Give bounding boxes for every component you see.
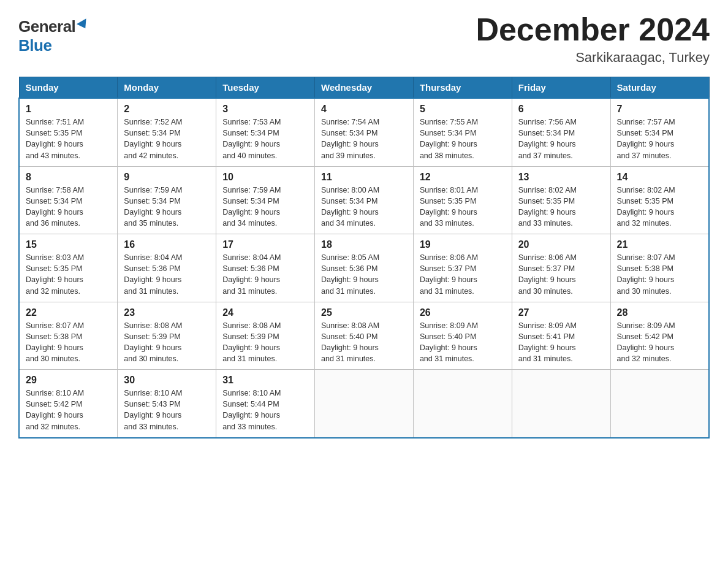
day-number: 6 <box>518 104 604 115</box>
day-info: Sunrise: 8:06 AM Sunset: 5:37 PM Dayligh… <box>420 252 506 297</box>
day-info: Sunrise: 8:01 AM Sunset: 5:35 PM Dayligh… <box>420 185 506 229</box>
calendar-cell <box>315 370 414 438</box>
day-number: 11 <box>321 172 407 183</box>
calendar-cell: 3 Sunrise: 7:53 AM Sunset: 5:34 PM Dayli… <box>216 98 315 166</box>
calendar-cell: 22 Sunrise: 8:07 AM Sunset: 5:38 PM Dayl… <box>19 302 118 370</box>
day-number: 26 <box>420 307 506 318</box>
day-info: Sunrise: 8:10 AM Sunset: 5:44 PM Dayligh… <box>222 388 308 432</box>
calendar-cell: 10 Sunrise: 7:59 AM Sunset: 5:34 PM Dayl… <box>216 166 315 234</box>
day-info: Sunrise: 8:04 AM Sunset: 5:36 PM Dayligh… <box>222 252 308 297</box>
week-row-2: 8 Sunrise: 7:58 AM Sunset: 5:34 PM Dayli… <box>19 166 709 234</box>
day-number: 14 <box>617 172 702 183</box>
day-info: Sunrise: 7:52 AM Sunset: 5:34 PM Dayligh… <box>124 117 210 161</box>
day-info: Sunrise: 7:59 AM Sunset: 5:34 PM Dayligh… <box>222 185 308 229</box>
calendar-cell <box>413 370 512 438</box>
day-info: Sunrise: 8:05 AM Sunset: 5:36 PM Dayligh… <box>321 252 407 297</box>
calendar-cell: 8 Sunrise: 7:58 AM Sunset: 5:34 PM Dayli… <box>19 166 118 234</box>
calendar-cell: 26 Sunrise: 8:09 AM Sunset: 5:40 PM Dayl… <box>413 302 512 370</box>
calendar-cell: 17 Sunrise: 8:04 AM Sunset: 5:36 PM Dayl… <box>216 234 315 302</box>
calendar-cell: 11 Sunrise: 8:00 AM Sunset: 5:34 PM Dayl… <box>315 166 414 234</box>
header-thursday: Thursday <box>413 77 512 99</box>
day-number: 25 <box>321 307 407 318</box>
calendar-cell: 18 Sunrise: 8:05 AM Sunset: 5:36 PM Dayl… <box>315 234 414 302</box>
day-number: 16 <box>124 239 210 250</box>
logo-arrow-icon <box>77 18 90 31</box>
calendar-cell: 30 Sunrise: 8:10 AM Sunset: 5:43 PM Dayl… <box>118 370 216 438</box>
calendar-cell: 7 Sunrise: 7:57 AM Sunset: 5:34 PM Dayli… <box>610 98 709 166</box>
day-number: 21 <box>617 239 702 250</box>
calendar-cell: 29 Sunrise: 8:10 AM Sunset: 5:42 PM Dayl… <box>19 370 118 438</box>
header-saturday: Saturday <box>610 77 709 99</box>
day-info: Sunrise: 7:55 AM Sunset: 5:34 PM Dayligh… <box>420 117 506 161</box>
day-number: 20 <box>518 239 604 250</box>
day-number: 22 <box>26 307 111 318</box>
week-row-3: 15 Sunrise: 8:03 AM Sunset: 5:35 PM Dayl… <box>19 234 709 302</box>
day-number: 29 <box>26 375 111 386</box>
header-wednesday: Wednesday <box>315 77 414 99</box>
calendar-table: SundayMondayTuesdayWednesdayThursdayFrid… <box>18 77 710 439</box>
week-row-5: 29 Sunrise: 8:10 AM Sunset: 5:42 PM Dayl… <box>19 370 709 438</box>
day-info: Sunrise: 7:53 AM Sunset: 5:34 PM Dayligh… <box>222 117 308 161</box>
day-number: 24 <box>222 307 308 318</box>
calendar-cell: 13 Sunrise: 8:02 AM Sunset: 5:35 PM Dayl… <box>512 166 610 234</box>
calendar-cell: 5 Sunrise: 7:55 AM Sunset: 5:34 PM Dayli… <box>413 98 512 166</box>
day-info: Sunrise: 7:59 AM Sunset: 5:34 PM Dayligh… <box>124 185 210 229</box>
calendar-body: 1 Sunrise: 7:51 AM Sunset: 5:35 PM Dayli… <box>19 98 709 438</box>
day-number: 1 <box>26 104 111 115</box>
day-number: 2 <box>124 104 210 115</box>
day-number: 18 <box>321 239 407 250</box>
day-number: 19 <box>420 239 506 250</box>
logo-general: General <box>18 17 75 36</box>
day-info: Sunrise: 8:00 AM Sunset: 5:34 PM Dayligh… <box>321 185 407 229</box>
day-info: Sunrise: 7:58 AM Sunset: 5:34 PM Dayligh… <box>26 185 111 229</box>
day-number: 4 <box>321 104 407 115</box>
logo-blue: Blue <box>18 36 51 55</box>
calendar-cell: 31 Sunrise: 8:10 AM Sunset: 5:44 PM Dayl… <box>216 370 315 438</box>
day-number: 13 <box>518 172 604 183</box>
day-number: 7 <box>617 104 702 115</box>
calendar-cell <box>610 370 709 438</box>
calendar-cell: 6 Sunrise: 7:56 AM Sunset: 5:34 PM Dayli… <box>512 98 610 166</box>
calendar-cell <box>512 370 610 438</box>
day-info: Sunrise: 8:03 AM Sunset: 5:35 PM Dayligh… <box>26 252 111 297</box>
calendar-cell: 20 Sunrise: 8:06 AM Sunset: 5:37 PM Dayl… <box>512 234 610 302</box>
calendar-cell: 1 Sunrise: 7:51 AM Sunset: 5:35 PM Dayli… <box>19 98 118 166</box>
day-info: Sunrise: 8:10 AM Sunset: 5:43 PM Dayligh… <box>124 388 210 432</box>
day-info: Sunrise: 8:07 AM Sunset: 5:38 PM Dayligh… <box>26 320 111 365</box>
day-info: Sunrise: 7:51 AM Sunset: 5:35 PM Dayligh… <box>26 117 111 161</box>
logo: General Blue <box>18 12 89 55</box>
day-info: Sunrise: 8:06 AM Sunset: 5:37 PM Dayligh… <box>518 252 604 297</box>
calendar-cell: 25 Sunrise: 8:08 AM Sunset: 5:40 PM Dayl… <box>315 302 414 370</box>
day-info: Sunrise: 7:54 AM Sunset: 5:34 PM Dayligh… <box>321 117 407 161</box>
day-info: Sunrise: 8:10 AM Sunset: 5:42 PM Dayligh… <box>26 388 111 432</box>
day-info: Sunrise: 8:09 AM Sunset: 5:41 PM Dayligh… <box>518 320 604 365</box>
day-number: 3 <box>222 104 308 115</box>
day-number: 9 <box>124 172 210 183</box>
header-monday: Monday <box>118 77 216 99</box>
day-number: 27 <box>518 307 604 318</box>
week-row-1: 1 Sunrise: 7:51 AM Sunset: 5:35 PM Dayli… <box>19 98 709 166</box>
calendar-cell: 23 Sunrise: 8:08 AM Sunset: 5:39 PM Dayl… <box>118 302 216 370</box>
day-number: 15 <box>26 239 111 250</box>
day-info: Sunrise: 8:09 AM Sunset: 5:40 PM Dayligh… <box>420 320 506 365</box>
header-tuesday: Tuesday <box>216 77 315 99</box>
calendar-cell: 12 Sunrise: 8:01 AM Sunset: 5:35 PM Dayl… <box>413 166 512 234</box>
calendar-cell: 16 Sunrise: 8:04 AM Sunset: 5:36 PM Dayl… <box>118 234 216 302</box>
day-info: Sunrise: 8:09 AM Sunset: 5:42 PM Dayligh… <box>617 320 702 365</box>
calendar-cell: 21 Sunrise: 8:07 AM Sunset: 5:38 PM Dayl… <box>610 234 709 302</box>
calendar-subtitle: Sarkikaraagac, Turkey <box>476 50 710 66</box>
day-info: Sunrise: 8:07 AM Sunset: 5:38 PM Dayligh… <box>617 252 702 297</box>
day-info: Sunrise: 8:02 AM Sunset: 5:35 PM Dayligh… <box>518 185 604 229</box>
page-header: General Blue December 2024 Sarkikaraagac… <box>18 12 710 66</box>
day-info: Sunrise: 7:56 AM Sunset: 5:34 PM Dayligh… <box>518 117 604 161</box>
calendar-title: December 2024 <box>476 12 710 47</box>
day-number: 28 <box>617 307 702 318</box>
calendar-cell: 28 Sunrise: 8:09 AM Sunset: 5:42 PM Dayl… <box>610 302 709 370</box>
day-info: Sunrise: 8:02 AM Sunset: 5:35 PM Dayligh… <box>617 185 702 229</box>
day-number: 8 <box>26 172 111 183</box>
day-number: 23 <box>124 307 210 318</box>
day-number: 30 <box>124 375 210 386</box>
calendar-cell: 2 Sunrise: 7:52 AM Sunset: 5:34 PM Dayli… <box>118 98 216 166</box>
header-friday: Friday <box>512 77 610 99</box>
calendar-cell: 19 Sunrise: 8:06 AM Sunset: 5:37 PM Dayl… <box>413 234 512 302</box>
